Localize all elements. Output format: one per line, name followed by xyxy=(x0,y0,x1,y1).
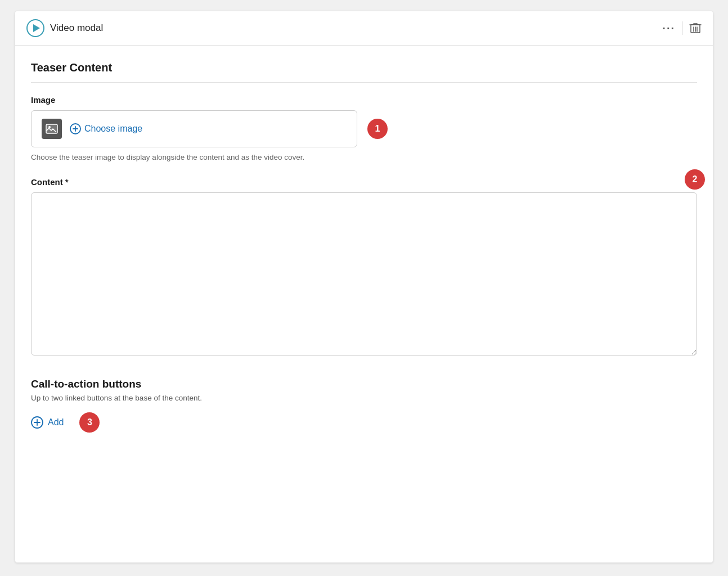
header-divider xyxy=(682,21,682,35)
content-badge: 2 xyxy=(685,169,705,190)
section-divider xyxy=(31,82,697,83)
choose-image-label: Choose image xyxy=(84,124,142,134)
cta-section: Call-to-action buttons Up to two linked … xyxy=(31,378,697,433)
required-star: * xyxy=(65,177,69,187)
cta-section-hint: Up to two linked buttons at the base of … xyxy=(31,394,697,402)
panel: Video modal ··· Teaser Content Image xyxy=(15,11,713,562)
image-field-label: Image xyxy=(31,95,697,105)
add-badge: 3 xyxy=(79,412,100,433)
add-plus-circle-icon xyxy=(31,416,43,429)
cta-section-title: Call-to-action buttons xyxy=(31,378,697,390)
trash-icon[interactable] xyxy=(689,22,702,34)
add-btn-row: Add 3 xyxy=(31,412,697,433)
image-placeholder-icon xyxy=(42,119,62,139)
play-icon xyxy=(26,19,44,37)
content-field-wrapper: Content * 2 xyxy=(31,177,697,358)
panel-header: Video modal ··· xyxy=(15,11,713,46)
header-left: Video modal xyxy=(26,19,103,37)
add-button[interactable]: Add xyxy=(31,416,64,429)
image-field: Image xyxy=(31,95,697,161)
content-field-label: Content * xyxy=(31,177,697,187)
svg-marker-1 xyxy=(33,24,40,32)
teaser-section-title: Teaser Content xyxy=(31,61,697,74)
image-field-hint: Choose the teaser image to display along… xyxy=(31,153,697,161)
image-icon xyxy=(46,123,58,134)
plus-circle-icon xyxy=(70,123,81,134)
add-label: Add xyxy=(48,417,64,428)
image-picker-row: Choose image 1 xyxy=(31,110,697,147)
choose-image-button[interactable]: Choose image xyxy=(70,123,142,134)
content-textarea[interactable] xyxy=(31,192,697,356)
image-badge: 1 xyxy=(367,119,388,139)
teaser-section: Teaser Content Image xyxy=(31,61,697,358)
panel-title: Video modal xyxy=(50,22,103,34)
header-right: ··· xyxy=(662,21,702,35)
panel-body: Teaser Content Image xyxy=(15,46,713,455)
image-picker[interactable]: Choose image xyxy=(31,110,357,147)
more-options-icon[interactable]: ··· xyxy=(662,22,675,35)
